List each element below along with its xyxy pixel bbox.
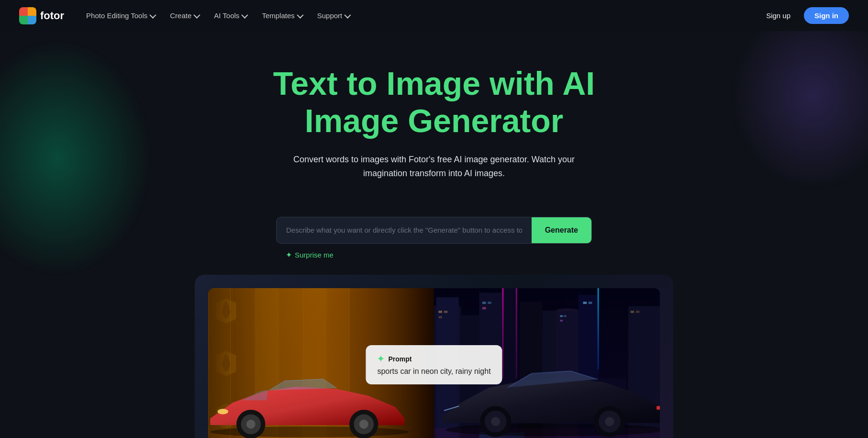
preview-card: ✦ Prompt sports car in neon city, rainy … [195, 275, 673, 438]
chevron-down-icon [242, 11, 248, 18]
svg-point-22 [246, 420, 256, 429]
sparkle-icon: ✦ [377, 354, 384, 364]
svg-rect-46 [482, 302, 486, 304]
generate-button[interactable]: Generate [532, 217, 591, 243]
svg-point-25 [359, 420, 368, 429]
logo-text: fotor [40, 10, 64, 22]
preview-image: ✦ Prompt sports car in neon city, rainy … [208, 288, 660, 438]
svg-rect-49 [560, 315, 563, 317]
prompt-card: ✦ Prompt sports car in neon city, rainy … [366, 345, 502, 384]
chevron-down-icon [345, 11, 351, 18]
prompt-text: sports car in neon city, rainy night [377, 367, 490, 376]
search-container: Generate [0, 217, 868, 244]
svg-point-64 [605, 417, 614, 426]
svg-rect-51 [560, 320, 563, 322]
hero-subtitle: Convert words to images with Fotor's fre… [271, 153, 597, 180]
nav-links: Photo Editing Tools Create AI Tools Temp… [79, 8, 760, 23]
signin-button[interactable]: Sign in [804, 7, 849, 24]
surprise-button[interactable]: ✦ Surprise me [276, 250, 592, 259]
svg-rect-50 [564, 315, 567, 317]
surprise-container: ✦ Surprise me [0, 250, 868, 259]
svg-rect-45 [438, 316, 442, 318]
nav-item-ai-tools[interactable]: AI Tools [207, 8, 253, 23]
prompt-input[interactable] [277, 217, 532, 243]
signup-button[interactable]: Sign up [760, 8, 796, 23]
preview-section: ✦ Prompt sports car in neon city, rainy … [0, 275, 868, 438]
navbar: fotor Photo Editing Tools Create AI Tool… [0, 0, 868, 31]
svg-rect-54 [631, 311, 634, 313]
nav-item-support[interactable]: Support [311, 8, 356, 23]
svg-rect-43 [438, 311, 442, 313]
nav-item-photo-editing[interactable]: Photo Editing Tools [79, 8, 161, 23]
svg-rect-53 [589, 302, 592, 304]
prompt-header: ✦ Prompt [377, 354, 490, 364]
svg-point-26 [218, 409, 229, 414]
hero-section: Text to Image with AI Image Generator Co… [0, 31, 868, 217]
svg-rect-65 [657, 406, 660, 410]
logo-icon [19, 7, 36, 24]
search-bar: Generate [276, 217, 592, 244]
hero-title: Text to Image with AI Image Generator [243, 65, 625, 139]
svg-point-58 [445, 423, 660, 436]
svg-rect-55 [636, 311, 640, 313]
nav-item-create[interactable]: Create [163, 8, 205, 23]
chevron-down-icon [297, 11, 303, 18]
sparkle-icon: ✦ [286, 250, 292, 259]
svg-rect-44 [444, 311, 448, 313]
svg-point-61 [491, 417, 500, 426]
chevron-down-icon [194, 11, 200, 18]
chevron-down-icon [150, 11, 156, 18]
svg-rect-47 [488, 302, 491, 304]
svg-rect-48 [482, 307, 486, 309]
nav-actions: Sign up Sign in [760, 7, 849, 24]
svg-rect-52 [583, 302, 587, 304]
nav-item-templates[interactable]: Templates [255, 8, 308, 23]
logo-link[interactable]: fotor [19, 7, 64, 24]
